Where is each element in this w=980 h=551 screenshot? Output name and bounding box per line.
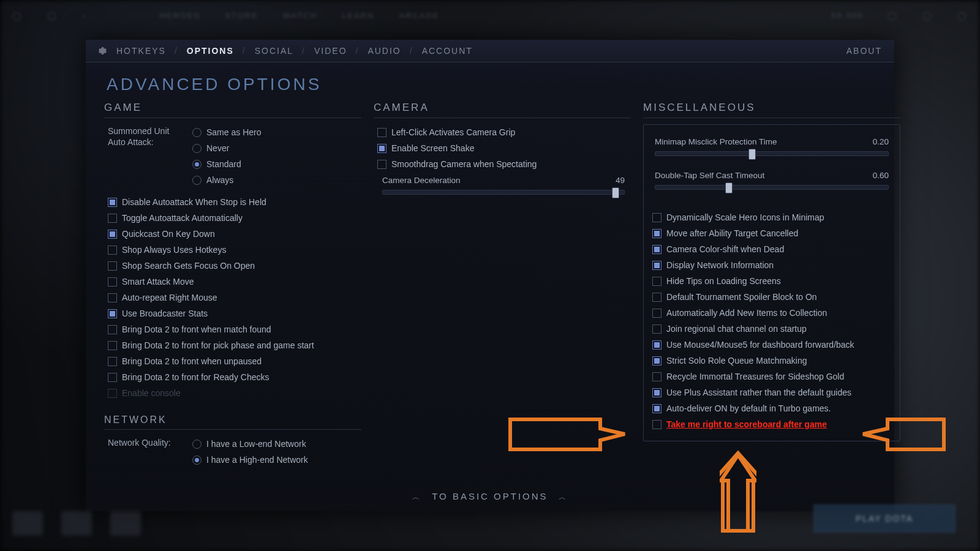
slider-value: 0.60 xyxy=(873,171,889,180)
page-title: ADVANCED OPTIONS xyxy=(86,62,894,99)
checkbox-box xyxy=(652,245,662,254)
checkbox-label: Bring Dota 2 to front for Ready Checks xyxy=(122,370,269,384)
misc-check-8[interactable]: Use Mouse4/Mouse5 for dashboard forward/… xyxy=(649,337,895,353)
slider-label: Double-Tap Self Cast Timeout xyxy=(655,171,764,180)
slider-thumb[interactable] xyxy=(748,149,756,160)
game-check-7[interactable]: Use Broadcaster Stats xyxy=(104,305,361,321)
checkbox-label: Shop Search Gets Focus On Open xyxy=(122,259,255,272)
misc-check-4[interactable]: Hide Tips on Loading Screens xyxy=(649,273,895,289)
checkbox-label: Bring Dota 2 to front for pick phase and… xyxy=(122,339,314,352)
misc-check-10[interactable]: Recycle Immortal Treasures for Sideshop … xyxy=(649,369,895,384)
game-check-11[interactable]: Bring Dota 2 to front for Ready Checks xyxy=(104,369,361,385)
network-quality: Network Quality: I have a Low-end Networ… xyxy=(104,436,361,468)
network-radio-0[interactable]: I have a Low-end Network xyxy=(192,437,308,451)
section-title-camera: CAMERA xyxy=(374,99,631,118)
misc-box: Minimap Misclick Protection Time0.20Doub… xyxy=(643,124,900,441)
slider-value: 0.20 xyxy=(873,137,889,146)
checkbox-box xyxy=(108,341,117,350)
checkbox-label: Recycle Immortal Treasures for Sideshop … xyxy=(666,370,844,383)
misc-slider-0[interactable]: Minimap Misclick Protection Time0.20 xyxy=(649,133,895,159)
summoned-radio-3[interactable]: Always xyxy=(192,173,261,187)
misc-check-6[interactable]: Automatically Add New Items to Collectio… xyxy=(649,305,895,321)
column-misc: MISCELLANEOUS Minimap Misclick Protectio… xyxy=(643,99,900,468)
summoned-radio-0[interactable]: Same as Hero xyxy=(192,126,261,139)
camera-deceleration-slider[interactable]: Camera Deceleration 49 xyxy=(374,172,631,197)
misc-check-11[interactable]: Use Plus Assistant rather than the defau… xyxy=(649,384,895,400)
game-check-3[interactable]: Shop Always Uses Hotkeys xyxy=(104,242,361,258)
checkbox-box xyxy=(108,246,117,255)
checkbox-label: Bring Dota 2 to front when match found xyxy=(122,323,271,336)
misc-check-5[interactable]: Default Tournament Spoiler Block to On xyxy=(649,289,895,305)
slider-thumb[interactable] xyxy=(725,182,733,193)
checkbox-box xyxy=(377,144,386,153)
section-title-network: NETWORK xyxy=(104,407,361,430)
summoned-radio-1[interactable]: Never xyxy=(192,141,261,155)
tab-audio[interactable]: AUDIO xyxy=(365,46,403,56)
game-check-12: Enable console xyxy=(104,385,361,401)
misc-check-3[interactable]: Display Network Information xyxy=(649,257,895,273)
misc-check-13[interactable]: Take me right to scoreboard after game xyxy=(649,416,895,432)
game-check-5[interactable]: Smart Attack Move xyxy=(104,274,361,290)
camera-check-2[interactable]: Smoothdrag Camera when Spectating xyxy=(374,156,631,172)
checkbox-label: Hide Tips on Loading Screens xyxy=(666,274,781,288)
section-title-game: GAME xyxy=(104,99,361,118)
game-check-9[interactable]: Bring Dota 2 to front for pick phase and… xyxy=(104,337,361,353)
tab-account[interactable]: ACCOUNT xyxy=(420,46,475,56)
misc-check-2[interactable]: Camera Color-shift when Dead xyxy=(649,241,895,257)
chevron-up-icon: ︿ xyxy=(406,493,428,501)
summoned-radio-2[interactable]: Standard xyxy=(192,157,261,171)
checkbox-label: Left-Click Activates Camera Grip xyxy=(391,126,515,139)
misc-check-7[interactable]: Join regional chat channel on startup xyxy=(649,321,895,337)
radio-indicator xyxy=(192,440,202,449)
game-check-10[interactable]: Bring Dota 2 to front when unpaused xyxy=(104,353,361,369)
tab-social[interactable]: SOCIAL xyxy=(252,46,296,56)
checkbox-box xyxy=(377,160,386,169)
tab-hotkeys[interactable]: HOTKEYS xyxy=(114,46,168,56)
camera-check-1[interactable]: Enable Screen Shake xyxy=(374,140,631,156)
game-check-6[interactable]: Auto-repeat Right Mouse xyxy=(104,290,361,305)
checkbox-label: Join regional chat channel on startup xyxy=(666,322,807,335)
column-game: GAME Summoned Unit Auto Attack: Same as … xyxy=(104,99,361,468)
game-check-2[interactable]: Quickcast On Key Down xyxy=(104,226,361,242)
checkbox-box xyxy=(652,261,662,270)
tab-video[interactable]: VIDEO xyxy=(312,46,350,56)
checkbox-box xyxy=(108,389,117,398)
misc-slider-1[interactable]: Double-Tap Self Cast Timeout0.60 xyxy=(649,167,895,192)
misc-check-0[interactable]: Dynamically Scale Hero Icons in Minimap xyxy=(649,209,895,225)
to-basic-options-link[interactable]: ︿ TO BASIC OPTIONS ︿ xyxy=(86,491,894,503)
slider-track[interactable] xyxy=(655,185,889,190)
misc-check-1[interactable]: Move after Ability Target Cancelled xyxy=(649,225,895,241)
checkbox-box xyxy=(652,340,662,350)
tab-options[interactable]: OPTIONS xyxy=(184,46,236,56)
slider-thumb[interactable] xyxy=(612,187,619,198)
game-check-0[interactable]: Disable Autoattack When Stop is Held xyxy=(104,194,361,210)
checkbox-label: Default Tournament Spoiler Block to On xyxy=(666,290,817,304)
slider-track[interactable] xyxy=(655,151,889,156)
tab-about[interactable]: ABOUT xyxy=(844,46,884,56)
checkbox-label: Camera Color-shift when Dead xyxy=(666,242,784,256)
game-check-8[interactable]: Bring Dota 2 to front when match found xyxy=(104,321,361,337)
misc-check-12[interactable]: Auto-deliver ON by default in Turbo game… xyxy=(649,400,895,416)
camera-check-0[interactable]: Left-Click Activates Camera Grip xyxy=(374,124,631,140)
game-check-1[interactable]: Toggle Autoattack Automatically xyxy=(104,210,361,226)
play-dota-button[interactable]: PLAY DOTA xyxy=(813,504,956,533)
network-radio-1[interactable]: I have a High-end Network xyxy=(192,453,308,467)
camera-decel-value: 49 xyxy=(616,176,625,185)
settings-tabs: HOTKEYS/ OPTIONS/ SOCIAL/ VIDEO/ AUDIO/ … xyxy=(86,40,894,62)
column-camera: CAMERA Left-Click Activates Camera GripE… xyxy=(374,99,631,468)
game-check-4[interactable]: Shop Search Gets Focus On Open xyxy=(104,258,361,274)
network-quality-label: Network Quality: xyxy=(108,437,181,448)
radio-label: Always xyxy=(206,173,233,187)
radio-label: Never xyxy=(206,141,229,155)
section-title-misc: MISCELLANEOUS xyxy=(643,99,900,118)
checkbox-box xyxy=(108,325,117,334)
annotation-arrow-right xyxy=(860,418,946,451)
radio-indicator xyxy=(192,144,202,153)
checkbox-box xyxy=(108,309,117,318)
slider-track[interactable] xyxy=(382,190,625,195)
checkbox-box xyxy=(652,293,662,302)
checkbox-label: Use Plus Assistant rather than the defau… xyxy=(666,386,851,399)
checkbox-box xyxy=(652,404,662,413)
checkbox-box xyxy=(108,198,117,207)
misc-check-9[interactable]: Strict Solo Role Queue Matchmaking xyxy=(649,353,895,369)
